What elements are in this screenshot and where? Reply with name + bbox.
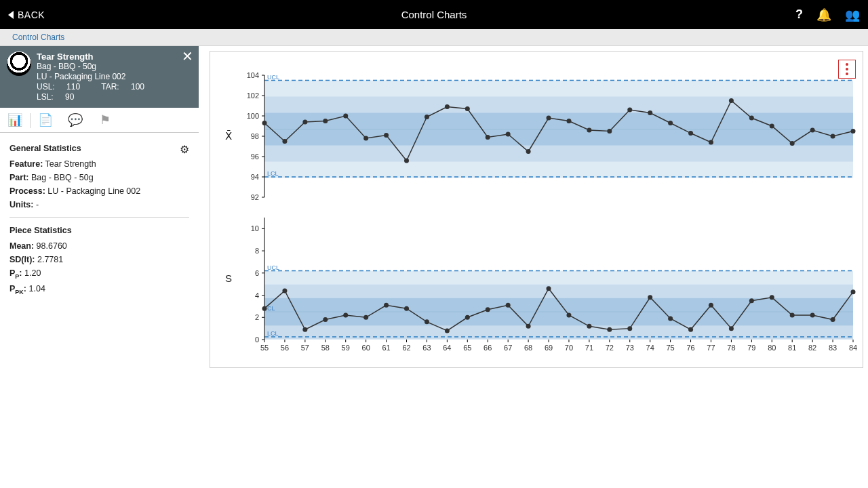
svg-text:66: 66 — [484, 344, 492, 352]
svg-text:UCL: UCL — [267, 264, 279, 271]
tab-note-icon[interactable]: 📄 — [31, 108, 60, 132]
tab-stats-icon[interactable]: 📊 — [0, 106, 30, 132]
tab-flag-icon[interactable]: ⚑ — [90, 108, 120, 132]
svg-text:CL: CL — [267, 305, 275, 312]
svg-text:LCL: LCL — [267, 170, 279, 177]
svg-text:79: 79 — [747, 344, 755, 352]
svg-point-100 — [729, 326, 734, 331]
svg-point-37 — [526, 149, 531, 154]
svg-point-78 — [282, 289, 287, 293]
svg-point-48 — [749, 116, 754, 121]
svg-point-33 — [445, 104, 450, 109]
general-stats-header: General Statistics — [9, 141, 81, 157]
svg-point-93 — [587, 324, 591, 329]
svg-point-85 — [425, 319, 429, 324]
svg-point-82 — [363, 315, 368, 320]
breadcrumb[interactable]: Control Charts — [0, 29, 868, 46]
svg-point-41 — [607, 129, 612, 134]
svg-point-103 — [790, 313, 795, 318]
svg-text:56: 56 — [281, 344, 289, 352]
characteristic-icon — [7, 52, 31, 76]
svg-point-79 — [302, 327, 307, 332]
control-charts-svg: UCLLCL92949698100102104X̄UCLLCLCL0246810… — [210, 52, 860, 367]
svg-text:75: 75 — [666, 344, 674, 352]
svg-point-36 — [506, 132, 511, 137]
svg-point-49 — [770, 124, 774, 129]
svg-point-52 — [831, 134, 835, 139]
svg-text:81: 81 — [788, 344, 796, 352]
svg-point-32 — [425, 115, 429, 119]
svg-text:102: 102 — [247, 92, 259, 100]
svg-point-77 — [262, 306, 267, 311]
svg-text:2: 2 — [255, 313, 259, 321]
svg-point-95 — [627, 326, 632, 331]
stat-sd: SD(lt): 2.7781 — [9, 253, 189, 266]
svg-point-47 — [729, 98, 734, 103]
svg-text:80: 80 — [768, 344, 776, 352]
stat-mean: Mean: 98.6760 — [9, 239, 189, 253]
close-icon[interactable]: ✕ — [182, 50, 193, 62]
svg-point-88 — [486, 307, 490, 312]
page-title: Control Charts — [0, 9, 868, 20]
svg-point-38 — [547, 116, 551, 121]
piece-stats-header: Piece Statistics — [9, 223, 189, 239]
svg-point-98 — [688, 327, 693, 332]
svg-point-94 — [607, 327, 612, 332]
svg-point-105 — [831, 317, 835, 322]
svg-text:77: 77 — [707, 344, 715, 352]
svg-point-31 — [404, 159, 409, 163]
svg-point-26 — [302, 120, 307, 125]
svg-point-42 — [627, 108, 632, 113]
characteristic-title: Tear Strength — [37, 52, 192, 62]
svg-point-83 — [384, 303, 389, 308]
svg-text:0: 0 — [255, 336, 259, 344]
tab-comment-icon[interactable]: 💬 — [60, 108, 90, 132]
svg-text:76: 76 — [686, 344, 694, 352]
characteristic-process: LU - Packaging Line 002 — [37, 72, 192, 82]
bell-icon[interactable]: 🔔 — [816, 7, 831, 22]
svg-point-102 — [770, 295, 774, 300]
back-button[interactable]: BACK — [0, 9, 45, 20]
kebab-menu-icon[interactable] — [838, 60, 856, 79]
svg-point-86 — [445, 328, 450, 333]
svg-text:67: 67 — [504, 344, 512, 352]
characteristic-card: Tear Strength Bag - BBQ - 50g LU - Packa… — [0, 46, 199, 108]
svg-text:8: 8 — [255, 247, 259, 255]
svg-text:94: 94 — [251, 173, 259, 181]
svg-point-44 — [668, 121, 673, 125]
back-label: BACK — [18, 9, 45, 20]
svg-point-28 — [343, 114, 348, 119]
help-icon[interactable]: ? — [795, 7, 803, 22]
stat-ppk: PPK: 1.04 — [9, 282, 189, 298]
svg-text:62: 62 — [402, 344, 410, 352]
svg-point-40 — [587, 128, 591, 133]
stat-units: Units: - — [9, 198, 189, 211]
spec-limits: USL: 110 TAR: 100 LSL: 90 — [37, 82, 192, 102]
svg-text:98: 98 — [251, 132, 259, 140]
svg-text:S: S — [225, 272, 232, 284]
svg-text:10: 10 — [251, 224, 259, 232]
chart-card: UCLLCL92949698100102104X̄UCLLCLCL0246810… — [210, 51, 863, 368]
svg-text:71: 71 — [585, 344, 593, 352]
svg-text:84: 84 — [849, 344, 857, 352]
svg-point-35 — [486, 135, 490, 140]
svg-point-89 — [506, 303, 511, 308]
svg-text:4: 4 — [255, 291, 259, 300]
svg-text:78: 78 — [727, 344, 735, 352]
svg-text:59: 59 — [342, 344, 350, 352]
gear-icon[interactable]: ⚙ — [180, 143, 189, 156]
svg-text:UCL: UCL — [267, 74, 279, 81]
svg-point-91 — [547, 286, 551, 291]
svg-point-106 — [851, 289, 856, 294]
svg-text:6: 6 — [255, 269, 259, 277]
svg-point-46 — [709, 140, 713, 145]
svg-text:104: 104 — [247, 71, 259, 79]
stat-part: Part: Bag - BBQ - 50g — [9, 171, 189, 184]
svg-text:60: 60 — [362, 344, 370, 352]
svg-point-50 — [790, 141, 795, 146]
svg-point-29 — [363, 136, 368, 141]
users-icon[interactable]: 👥 — [845, 7, 860, 22]
svg-point-92 — [566, 313, 571, 318]
svg-text:64: 64 — [443, 344, 451, 352]
svg-point-81 — [343, 313, 348, 318]
